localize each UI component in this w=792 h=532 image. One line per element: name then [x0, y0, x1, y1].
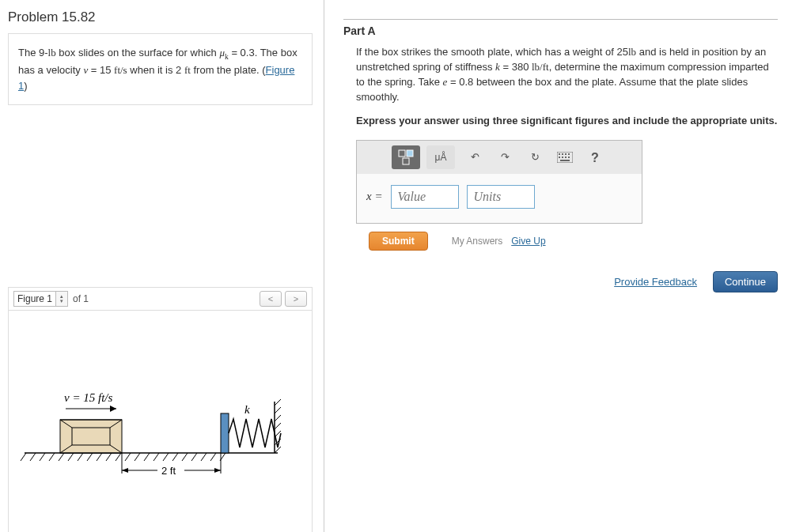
svg-rect-23: [60, 420, 122, 453]
answer-panel: μÅ ↶ ↷ ↻ ? x =: [356, 140, 642, 224]
svg-rect-47: [403, 158, 409, 164]
svg-line-6: [68, 453, 74, 461]
value-input[interactable]: [391, 185, 459, 209]
figure-panel: Figure 1 ▴▾ of 1 < >: [8, 287, 313, 532]
svg-line-11: [116, 453, 121, 461]
provide-feedback-link[interactable]: Provide Feedback: [614, 276, 697, 288]
svg-rect-46: [407, 150, 413, 157]
svg-rect-55: [565, 157, 567, 158]
svg-line-9: [97, 453, 102, 461]
undo-icon[interactable]: ↶: [463, 147, 487, 168]
svg-line-2: [30, 453, 36, 461]
answer-toolbar: μÅ ↶ ↷ ↻ ?: [357, 141, 642, 174]
distance-label: 2 ft: [161, 465, 176, 477]
svg-line-8: [87, 453, 93, 461]
figure-prev-button[interactable]: <: [260, 291, 282, 307]
svg-line-5: [59, 453, 64, 461]
velocity-label: v = 15 ft/s: [64, 391, 113, 404]
svg-line-10: [106, 453, 112, 461]
svg-line-17: [172, 453, 178, 461]
svg-line-3: [40, 453, 45, 461]
keyboard-icon[interactable]: [553, 147, 577, 168]
svg-line-38: [275, 447, 281, 453]
figure-of-label: of 1: [73, 293, 89, 304]
svg-line-14: [144, 453, 150, 461]
k-label: k: [244, 403, 250, 416]
svg-marker-29: [110, 406, 116, 412]
svg-line-16: [163, 453, 169, 461]
figure-stepper[interactable]: ▴▾: [55, 291, 68, 307]
figure-image: v = 15 ft/s k: [9, 311, 312, 532]
part-a-heading: Part A: [343, 25, 778, 37]
svg-rect-56: [568, 157, 570, 158]
svg-rect-54: [562, 157, 563, 158]
figure-select[interactable]: Figure 1: [13, 291, 56, 307]
submit-button[interactable]: Submit: [369, 232, 428, 251]
svg-rect-53: [559, 157, 560, 158]
svg-rect-49: [559, 153, 560, 155]
svg-rect-45: [399, 150, 405, 157]
svg-line-32: [275, 399, 281, 406]
svg-line-33: [275, 407, 281, 413]
svg-line-35: [275, 423, 281, 429]
svg-marker-43: [214, 468, 221, 473]
my-answers-label: My Answers: [452, 236, 503, 247]
svg-line-19: [191, 453, 197, 461]
part-a-instruction: Express your answer using three signific…: [356, 114, 778, 129]
problem-title: Problem 15.82: [8, 8, 313, 33]
svg-line-4: [49, 453, 55, 461]
template-fraction-icon[interactable]: [392, 145, 420, 169]
svg-rect-30: [221, 413, 229, 453]
svg-line-7: [78, 453, 83, 461]
svg-line-20: [201, 453, 207, 461]
svg-line-18: [182, 453, 188, 461]
svg-line-34: [275, 415, 281, 421]
svg-rect-57: [560, 160, 570, 161]
svg-line-12: [125, 453, 131, 461]
part-a-statement: If the box strikes the smooth plate, whi…: [356, 45, 778, 104]
svg-line-1: [21, 453, 26, 461]
svg-rect-50: [562, 153, 563, 155]
svg-line-15: [153, 453, 159, 461]
continue-button[interactable]: Continue: [713, 271, 778, 292]
svg-rect-52: [568, 153, 570, 155]
svg-line-21: [210, 453, 216, 461]
problem-statement: The 9-lb box slides on the surface for w…: [8, 33, 313, 105]
help-icon[interactable]: ?: [583, 147, 607, 168]
svg-marker-42: [122, 468, 128, 473]
svg-line-13: [135, 453, 140, 461]
units-input[interactable]: [467, 185, 535, 209]
redo-icon[interactable]: ↷: [493, 147, 517, 168]
figure-next-button[interactable]: >: [285, 291, 307, 307]
answer-variable: x =: [366, 188, 383, 206]
give-up-link[interactable]: Give Up: [511, 236, 545, 247]
symbols-icon[interactable]: μÅ: [426, 145, 455, 169]
reset-icon[interactable]: ↻: [523, 147, 547, 168]
svg-rect-51: [565, 153, 567, 155]
